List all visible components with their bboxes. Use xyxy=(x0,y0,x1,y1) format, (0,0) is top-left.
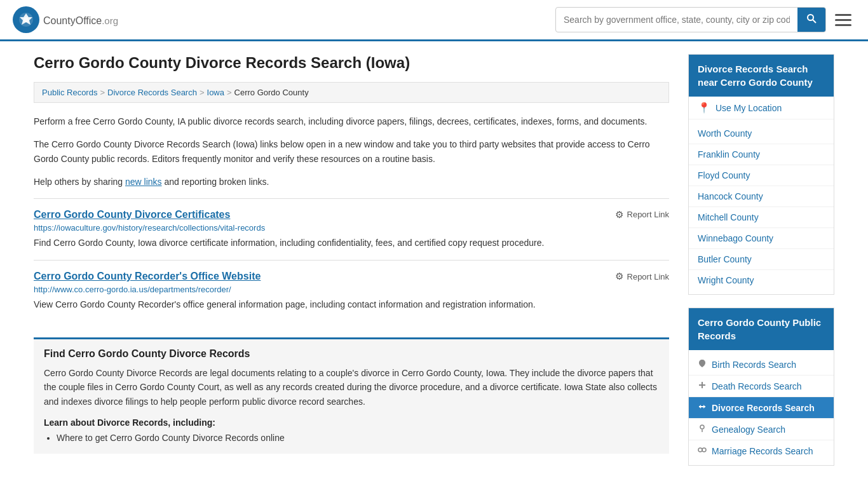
svg-line-4 xyxy=(813,20,816,23)
svg-marker-8 xyxy=(703,405,705,409)
svg-point-13 xyxy=(702,448,706,452)
sidebar-county-link[interactable]: Butler County xyxy=(689,249,834,269)
use-my-location-link[interactable]: 📍 Use My Location xyxy=(689,97,834,119)
sidebar-county-link[interactable]: Winnebago County xyxy=(689,228,834,248)
find-section: Find Cerro Gordo County Divorce Records … xyxy=(34,337,669,454)
report-link-2[interactable]: ⚙ Report Link xyxy=(615,271,669,282)
sidebar-public-records-header: Cerro Gordo County Public Records xyxy=(689,308,834,350)
sidebar-public-records-list: Birth Records SearchDeath Records Search… xyxy=(689,350,834,465)
sidebar-nearby-box: Divorce Records Search near Cerro Gordo … xyxy=(688,54,834,295)
breadcrumb-public-records[interactable]: Public Records xyxy=(42,88,97,97)
svg-marker-9 xyxy=(699,405,701,409)
logo-icon xyxy=(13,6,39,33)
main-content: Cerro Gordo County Divorce Records Searc… xyxy=(34,54,688,478)
sidebar: Divorce Records Search near Cerro Gordo … xyxy=(688,54,834,478)
description-3: Help others by sharing new links and rep… xyxy=(34,175,669,189)
page-title: Cerro Gordo County Divorce Records Searc… xyxy=(34,54,669,72)
breadcrumb-divorce-records[interactable]: Divorce Records Search xyxy=(107,88,197,97)
logo-area: CountyOffice.org xyxy=(13,6,118,33)
result-desc-1: Find Cerro Gordo County, Iowa divorce ce… xyxy=(34,236,669,250)
search-input[interactable] xyxy=(556,10,797,30)
svg-point-2 xyxy=(24,17,29,22)
description-2: The Cerro Gordo County Divorce Records S… xyxy=(34,137,669,166)
result-title-2[interactable]: Cerro Gordo County Recorder's Office Web… xyxy=(34,271,261,282)
search-button[interactable] xyxy=(797,8,825,32)
search-area xyxy=(555,7,855,32)
sidebar-pr-marriage-records-search[interactable]: Marriage Records Search xyxy=(689,440,834,461)
sidebar-pr-divorce-records-search[interactable]: Divorce Records Search xyxy=(689,397,834,418)
sidebar-public-records-box: Cerro Gordo County Public Records Birth … xyxy=(688,308,834,466)
site-header: CountyOffice.org xyxy=(0,0,868,41)
result-card-2: Cerro Gordo County Recorder's Office Web… xyxy=(34,260,669,322)
description-1: Perform a free Cerro Gordo County, IA pu… xyxy=(34,114,669,128)
result-card-1-header: Cerro Gordo County Divorce Certificates … xyxy=(34,209,669,220)
result-desc-2: View Cerro Gordo County Recorder's offic… xyxy=(34,298,669,312)
report-icon-1: ⚙ xyxy=(615,209,623,220)
report-link-1[interactable]: ⚙ Report Link xyxy=(615,209,669,220)
learn-list: Where to get Cerro Gordo County Divorce … xyxy=(44,433,659,443)
svg-point-12 xyxy=(698,448,702,452)
new-links-link[interactable]: new links xyxy=(125,177,162,187)
page-container: Cerro Gordo County Divorce Records Searc… xyxy=(21,41,847,488)
sidebar-county-link[interactable]: Wright County xyxy=(689,270,834,290)
sidebar-pr-death-records-search[interactable]: Death Records Search xyxy=(689,376,834,396)
breadcrumb-iowa[interactable]: Iowa xyxy=(207,88,224,97)
sidebar-pr-birth-records-search[interactable]: Birth Records Search xyxy=(689,354,834,375)
logo-text[interactable]: CountyOffice.org xyxy=(43,13,118,27)
breadcrumb-current: Cerro Gordo County xyxy=(234,88,309,97)
learn-item-1: Where to get Cerro Gordo County Divorce … xyxy=(57,433,659,443)
sidebar-county-link[interactable]: Worth County xyxy=(689,123,834,144)
report-icon-2: ⚙ xyxy=(615,271,623,282)
find-section-desc: Cerro Gordo County Divorce Records are l… xyxy=(44,366,659,409)
sidebar-county-link[interactable]: Floyd County xyxy=(689,165,834,186)
find-section-title: Find Cerro Gordo County Divorce Records xyxy=(44,348,659,360)
breadcrumb: Public Records > Divorce Records Search … xyxy=(34,82,669,103)
location-pin-icon: 📍 xyxy=(698,102,710,114)
result-card-1: Cerro Gordo County Divorce Certificates … xyxy=(34,198,669,261)
sidebar-nearby-header: Divorce Records Search near Cerro Gordo … xyxy=(689,55,834,97)
sidebar-county-link[interactable]: Hancock County xyxy=(689,186,834,207)
search-box xyxy=(555,7,826,32)
sidebar-county-link[interactable]: Mitchell County xyxy=(689,207,834,227)
hamburger-menu[interactable] xyxy=(831,10,855,30)
sidebar-pr-genealogy-search[interactable]: Genealogy Search xyxy=(689,419,834,440)
learn-title: Learn about Divorce Records, including: xyxy=(44,417,659,428)
svg-point-10 xyxy=(700,425,704,429)
sidebar-nearby-list: Worth CountyFranklin CountyFloyd CountyH… xyxy=(689,119,834,294)
svg-point-3 xyxy=(808,15,813,20)
result-card-2-header: Cerro Gordo County Recorder's Office Web… xyxy=(34,271,669,282)
result-url-1[interactable]: https://iowaculture.gov/history/research… xyxy=(34,223,669,233)
sidebar-county-link[interactable]: Franklin County xyxy=(689,144,834,165)
result-title-1[interactable]: Cerro Gordo County Divorce Certificates xyxy=(34,209,230,220)
result-url-2[interactable]: http://www.co.cerro-gordo.ia.us/departme… xyxy=(34,285,669,294)
